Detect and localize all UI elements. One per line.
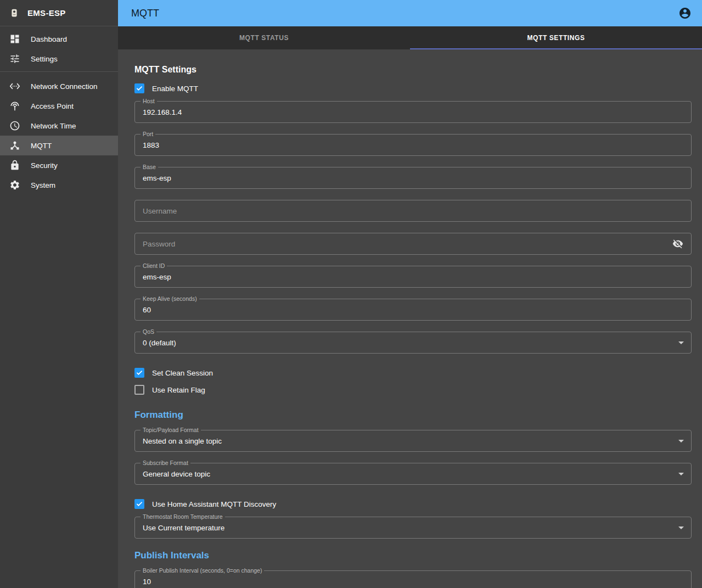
topic-format-value: Nested on a single topic [143,437,222,445]
retain-flag-checkbox[interactable] [134,385,144,395]
client-id-field-label: Client ID [141,262,167,270]
chevron-down-icon [678,440,684,443]
retain-flag-label: Use Retain Flag [152,386,205,394]
keep-alive-field-value: 60 [143,306,151,314]
password-placeholder: Password [143,240,175,248]
subscribe-format-label: Subscribe Format [141,460,190,467]
sidebar-item-system[interactable]: System [0,175,118,195]
ethernet-icon [9,80,21,92]
password-visibility-toggle[interactable] [670,236,686,251]
clean-session-label: Set Clean Session [152,369,213,377]
subscribe-format-select[interactable]: Subscribe Format General device topic [134,463,692,485]
ha-discovery-label: Use Home Assistant MQTT Discovery [152,500,276,508]
check-icon [136,85,143,92]
retain-flag-checkbox-row[interactable]: Use Retain Flag [134,382,692,398]
app-title: EMS-ESP [27,8,66,18]
sidebar-item-network-time[interactable]: Network Time [0,116,118,136]
clean-session-checkbox-row[interactable]: Set Clean Session [134,365,692,381]
qos-select-value: 0 (default) [143,339,176,347]
base-field-label: Base [141,164,158,171]
port-field[interactable]: Port 1883 [134,134,692,156]
boiler-publish-interval-value: 10 [143,578,151,586]
port-field-value: 1883 [143,141,159,149]
chevron-down-icon [678,473,684,475]
sidebar-item-label: Dashboard [31,35,67,43]
tune-icon [9,53,21,65]
thermostat-room-temp-select[interactable]: Thermostat Room Temperature Use Current … [134,517,692,539]
tab-mqtt-settings[interactable]: MQTT SETTINGS [410,26,702,49]
form-heading: MQTT Settings [134,65,692,75]
sidebar-item-access-point[interactable]: Access Point [0,96,118,116]
sidebar-item-label: MQTT [31,142,52,150]
account-circle-icon [678,7,692,20]
app-root: EMS-ESP Dashboard Settings [0,0,702,588]
sidebar-item-network-connection[interactable]: Network Connection [0,76,118,96]
username-placeholder: Username [143,207,177,215]
host-field-value: 192.168.1.4 [143,108,182,116]
check-icon [136,369,143,377]
ems-esp-logo-icon [8,7,21,20]
page-title: MQTT [131,8,676,19]
ha-discovery-checkbox-row[interactable]: Use Home Assistant MQTT Discovery [134,496,692,512]
main-area: MQTT MQTT STATUS MQTT SETTINGS MQTT Sett… [118,0,702,588]
clean-session-checkbox[interactable] [134,368,144,378]
clock-icon [9,120,21,132]
formatting-heading: Formatting [134,410,692,421]
check-icon [136,500,143,508]
enable-mqtt-checkbox-row[interactable]: Enable MQTT [134,80,692,97]
enable-mqtt-checkbox[interactable] [134,83,144,93]
thermostat-room-temp-value: Use Current temperature [143,524,224,532]
base-field[interactable]: Base ems-esp [134,167,692,189]
client-id-field[interactable]: Client ID ems-esp [134,266,692,288]
subscribe-format-value: General device topic [143,470,210,478]
topic-format-select[interactable]: Topic/Payload Format Nested on a single … [134,430,692,452]
sidebar: EMS-ESP Dashboard Settings [0,0,118,588]
chevron-down-icon [678,341,684,344]
host-field-label: Host [141,98,157,105]
enable-mqtt-label: Enable MQTT [152,85,198,93]
topic-format-label: Topic/Payload Format [141,427,201,434]
boiler-publish-interval-label: Boiler Publish Interval (seconds, 0=on c… [141,567,264,574]
gear-icon [9,179,21,191]
sidebar-divider [0,71,118,72]
username-field[interactable]: Username [134,200,692,222]
password-field[interactable]: Password [134,233,692,255]
chevron-down-icon [678,527,684,529]
visibility-off-icon [672,238,683,249]
sidebar-nav-secondary: Network Connection Access Point Network … [0,74,118,195]
sidebar-item-label: Security [31,161,58,170]
ha-discovery-checkbox[interactable] [134,499,144,509]
publish-intervals-heading: Publish Intervals [134,550,692,561]
base-field-value: ems-esp [143,174,171,182]
sidebar-item-label: Network Connection [31,82,98,91]
sidebar-header: EMS-ESP [0,0,118,26]
account-button[interactable] [676,4,694,23]
tab-bar: MQTT STATUS MQTT SETTINGS [118,26,702,49]
sidebar-item-label: Access Point [31,102,74,110]
dashboard-icon [9,33,21,45]
tab-mqtt-status[interactable]: MQTT STATUS [118,26,410,49]
host-field[interactable]: Host 192.168.1.4 [134,101,692,123]
sidebar-item-settings[interactable]: Settings [0,49,118,69]
qos-select-label: QoS [141,328,156,335]
sidebar-item-label: Network Time [31,122,76,130]
sidebar-item-label: System [31,181,55,189]
sidebar-nav-primary: Dashboard Settings [0,26,118,69]
device-hub-icon [9,139,21,152]
app-bar: MQTT [118,0,702,26]
keep-alive-field[interactable]: Keep Alive (seconds) 60 [134,299,692,321]
wifi-tethering-icon [9,100,21,112]
client-id-field-value: ems-esp [143,273,171,281]
thermostat-room-temp-label: Thermostat Room Temperature [141,513,225,520]
qos-select[interactable]: QoS 0 (default) [134,332,692,354]
keep-alive-field-label: Keep Alive (seconds) [141,295,199,303]
sidebar-item-security[interactable]: Security [0,155,118,175]
sidebar-item-mqtt[interactable]: MQTT [0,136,118,155]
port-field-label: Port [141,131,155,138]
sidebar-item-dashboard[interactable]: Dashboard [0,29,118,49]
boiler-publish-interval-field[interactable]: Boiler Publish Interval (seconds, 0=on c… [134,570,692,588]
sidebar-item-label: Settings [31,55,58,63]
lock-icon [9,159,21,171]
mqtt-settings-panel: MQTT Settings Enable MQTT Host 192.168.1… [118,49,702,588]
